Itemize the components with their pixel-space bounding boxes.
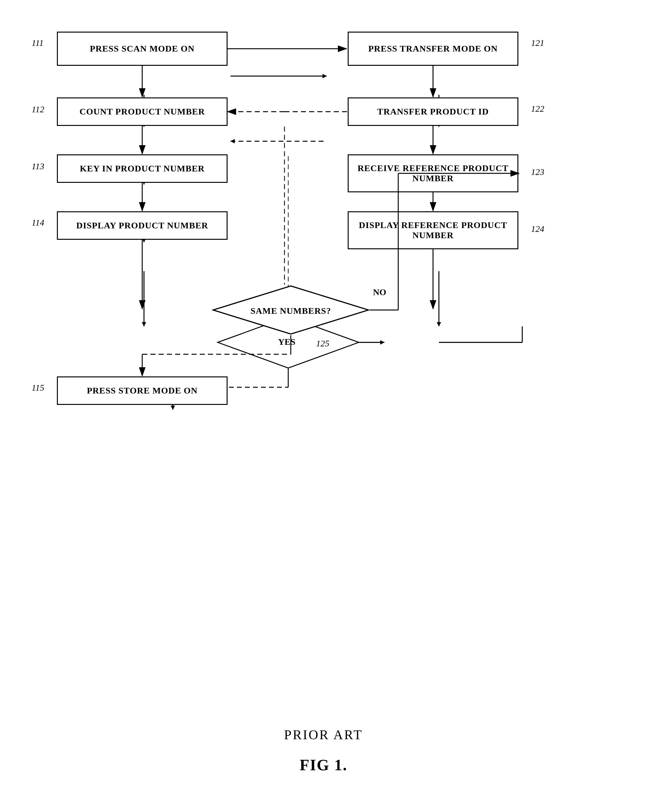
- ref-112: 112: [32, 104, 44, 114]
- ref-122: 122: [531, 104, 544, 114]
- no-label: NO: [373, 287, 386, 297]
- box-press-store-mode: PRESS STORE MODE ON: [57, 376, 228, 405]
- ref-123: 123: [531, 167, 544, 177]
- ref-124: 124: [531, 224, 544, 234]
- ref-113: 113: [32, 161, 44, 171]
- ref-114: 114: [32, 218, 44, 228]
- diamond-same-numbers: SAME NUMBERS?: [212, 285, 370, 335]
- ref-115: 115: [32, 383, 44, 393]
- fig-label: FIG 1.: [0, 756, 647, 774]
- svg-text:SAME NUMBERS?: SAME NUMBERS?: [251, 306, 331, 316]
- ref-111: 111: [32, 38, 44, 48]
- prior-art-label: PRIOR ART: [0, 727, 647, 742]
- box-press-scan-mode: PRESS SCAN MODE ON: [57, 32, 228, 66]
- ref-121: 121: [531, 38, 544, 48]
- box-count-product-number: COUNT PRODUCT NUMBER: [57, 98, 228, 126]
- box-press-transfer-mode: PRESS TRANSFER MODE ON: [348, 32, 518, 66]
- svg-marker-21: [230, 139, 234, 143]
- box-display-product-number: DISPLAY PRODUCT NUMBER: [57, 211, 228, 240]
- svg-marker-15: [437, 322, 441, 326]
- ref-125: 125: [316, 339, 329, 349]
- yes-label: YES: [278, 337, 295, 347]
- box-display-reference-product-number: DISPLAY REFERENCE PRODUCT NUMBER: [348, 211, 518, 249]
- box-key-in-product-number: KEY IN PRODUCT NUMBER: [57, 154, 228, 183]
- svg-marker-28: [171, 406, 175, 410]
- box-receive-reference-product-number: RECEIVE REFERENCE PRODUCT NUMBER: [348, 154, 518, 192]
- svg-marker-30: [380, 340, 384, 345]
- box-transfer-product-id: TRANSFER PRODUCT ID: [348, 98, 518, 126]
- flowchart-diagram: PRESS SCAN MODE ON 111 COUNT PRODUCT NUM…: [19, 19, 628, 717]
- svg-marker-19: [323, 74, 326, 78]
- svg-marker-7: [142, 322, 146, 326]
